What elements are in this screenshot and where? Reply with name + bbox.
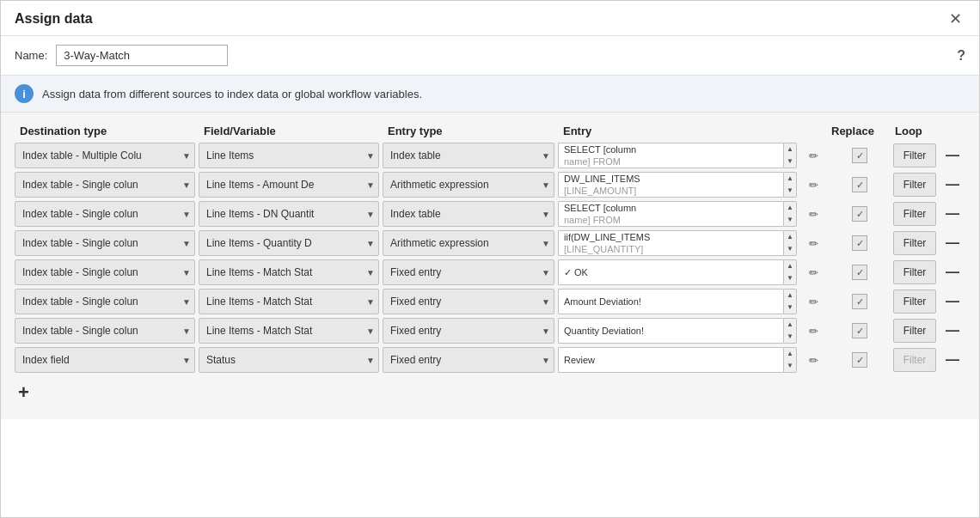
- filter-button-2[interactable]: Filter: [893, 202, 936, 226]
- field-var-select-6[interactable]: Line Items - Match Stat ▼: [199, 318, 379, 344]
- entry-type-value-0: Index table: [390, 149, 540, 161]
- edit-icon-6[interactable]: ✏: [800, 325, 826, 338]
- replace-checkbox-7[interactable]: ✓: [852, 352, 867, 368]
- entry-type-select-5[interactable]: Fixed entry ▼: [383, 289, 554, 314]
- entry-type-select-0[interactable]: Index table ▼: [383, 143, 554, 168]
- entry-arrows-4: ▲ ▼: [783, 259, 797, 285]
- replace-checkbox-1[interactable]: ✓: [852, 177, 867, 192]
- close-button[interactable]: ✕: [946, 11, 965, 27]
- filter-button-5[interactable]: Filter: [893, 289, 936, 314]
- entry-down-5[interactable]: ▼: [784, 302, 796, 314]
- filter-button-1[interactable]: Filter: [893, 173, 936, 197]
- edit-icon-7[interactable]: ✏: [800, 354, 826, 367]
- dest-type-select-3[interactable]: Index table - Single colun ▼: [15, 230, 195, 256]
- field-var-select-5[interactable]: Line Items - Match Stat ▼: [199, 289, 379, 314]
- remove-row-button-1[interactable]: —: [940, 177, 965, 192]
- dest-type-select-4[interactable]: Index table - Single colun ▼: [15, 259, 195, 285]
- replace-checkbox-6[interactable]: ✓: [852, 323, 867, 338]
- edit-icon-4[interactable]: ✏: [800, 266, 826, 279]
- dest-type-chevron-4: ▼: [182, 268, 191, 277]
- replace-checkbox-3[interactable]: ✓: [852, 235, 867, 251]
- remove-row-button-7[interactable]: —: [940, 352, 965, 368]
- entry-up-3[interactable]: ▲: [784, 231, 796, 243]
- help-icon[interactable]: ?: [957, 48, 965, 64]
- field-var-value-7: Status: [206, 354, 364, 366]
- field-var-select-3[interactable]: Line Items - Quantity D ▼: [199, 230, 379, 256]
- entry-down-7[interactable]: ▼: [784, 360, 796, 372]
- entry-up-1[interactable]: ▲: [784, 173, 796, 185]
- field-var-select-1[interactable]: Line Items - Amount De ▼: [199, 172, 379, 198]
- entry-type-value-4: Fixed entry: [390, 266, 540, 278]
- entry-type-select-1[interactable]: Arithmetic expression ▼: [383, 172, 554, 198]
- field-var-value-6: Line Items - Match Stat: [206, 325, 364, 337]
- field-var-chevron-5: ▼: [366, 297, 375, 307]
- field-var-select-0[interactable]: Line Items ▼: [199, 143, 379, 168]
- dest-type-value-3: Index table - Single colun: [22, 237, 181, 249]
- dest-type-select-5[interactable]: Index table - Single colun ▼: [15, 289, 195, 314]
- dest-type-select-1[interactable]: Index table - Single colun ▼: [15, 172, 195, 198]
- entry-type-select-4[interactable]: Fixed entry ▼: [383, 259, 554, 285]
- assign-data-dialog: Assign data ✕ Name: ? i Assign data from…: [0, 0, 980, 518]
- entry-up-7[interactable]: ▲: [784, 348, 796, 360]
- dest-type-select-0[interactable]: Index table - Multiple Colu ▼: [15, 143, 195, 168]
- entry-type-select-6[interactable]: Fixed entry ▼: [383, 318, 554, 344]
- replace-checkbox-2[interactable]: ✓: [852, 206, 867, 222]
- filter-button-0[interactable]: Filter: [893, 143, 936, 168]
- entry-type-select-3[interactable]: Arithmetic expression ▼: [383, 230, 554, 256]
- entry-arrows-6: ▲ ▼: [783, 318, 797, 344]
- entry-down-3[interactable]: ▼: [784, 243, 796, 255]
- edit-icon-0[interactable]: ✏: [800, 149, 826, 162]
- filter-button-3[interactable]: Filter: [893, 231, 936, 255]
- entry-up-0[interactable]: ▲: [784, 143, 796, 155]
- entry-up-5[interactable]: ▲: [784, 289, 796, 302]
- entry-up-2[interactable]: ▲: [784, 202, 796, 214]
- remove-row-button-0[interactable]: —: [940, 148, 965, 163]
- field-var-select-2[interactable]: Line Items - DN Quantit ▼: [199, 201, 379, 227]
- field-var-chevron-0: ▼: [366, 151, 375, 161]
- col-entry-type: Entry type: [384, 125, 556, 137]
- field-var-select-4[interactable]: Line Items - Match Stat ▼: [199, 259, 379, 285]
- entry-up-6[interactable]: ▲: [784, 319, 796, 331]
- entry-down-0[interactable]: ▼: [784, 155, 796, 168]
- remove-row-button-4[interactable]: —: [940, 265, 965, 280]
- add-row-button[interactable]: +: [15, 376, 33, 409]
- entry-down-1[interactable]: ▼: [784, 185, 796, 197]
- replace-checkbox-0[interactable]: ✓: [852, 148, 867, 163]
- entry-arrows-0: ▲ ▼: [783, 143, 797, 168]
- filter-button-6[interactable]: Filter: [893, 319, 936, 343]
- dest-type-select-2[interactable]: Index table - Single colun ▼: [15, 201, 195, 227]
- dest-type-value-4: Index table - Single colun: [22, 266, 181, 278]
- entry-down-6[interactable]: ▼: [784, 331, 796, 343]
- remove-row-button-5[interactable]: —: [940, 294, 965, 309]
- edit-icon-3[interactable]: ✏: [800, 237, 826, 250]
- entry-type-select-7[interactable]: Fixed entry ▼: [383, 347, 554, 373]
- name-input[interactable]: [56, 45, 228, 66]
- field-var-value-0: Line Items: [206, 149, 364, 161]
- remove-row-button-2[interactable]: —: [940, 206, 965, 222]
- entry-text-5: Amount Deviation!: [559, 296, 783, 308]
- dialog-title: Assign data: [15, 11, 93, 27]
- field-var-select-7[interactable]: Status ▼: [199, 347, 379, 373]
- dest-type-select-6[interactable]: Index table - Single colun ▼: [15, 318, 195, 344]
- entry-cell-7: Review ▲ ▼: [558, 347, 797, 373]
- entry-text-7: Review: [559, 354, 783, 366]
- entry-type-select-2[interactable]: Index table ▼: [383, 201, 554, 227]
- remove-row-button-6[interactable]: —: [940, 323, 965, 338]
- col-field-variable: Field/Variable: [200, 125, 381, 137]
- entry-down-4[interactable]: ▼: [784, 272, 796, 284]
- edit-icon-5[interactable]: ✏: [800, 296, 826, 308]
- entry-cell-3: iif(DW_LINE_ITEMS [LINE_QUANTITY] ▲ ▼: [558, 230, 797, 256]
- remove-row-button-3[interactable]: —: [940, 235, 965, 251]
- edit-icon-1[interactable]: ✏: [800, 179, 826, 192]
- entry-arrows-7: ▲ ▼: [783, 347, 797, 373]
- dest-type-value-7: Index field: [22, 354, 181, 366]
- entry-down-2[interactable]: ▼: [784, 214, 796, 226]
- replace-checkbox-5[interactable]: ✓: [852, 294, 867, 309]
- dest-type-chevron-3: ▼: [182, 239, 191, 248]
- replace-checkbox-4[interactable]: ✓: [852, 265, 867, 280]
- entry-up-4[interactable]: ▲: [784, 260, 796, 272]
- edit-icon-2[interactable]: ✏: [800, 208, 826, 221]
- field-var-chevron-4: ▼: [366, 268, 375, 277]
- dest-type-select-7[interactable]: Index field ▼: [15, 347, 195, 373]
- filter-button-4[interactable]: Filter: [893, 260, 936, 284]
